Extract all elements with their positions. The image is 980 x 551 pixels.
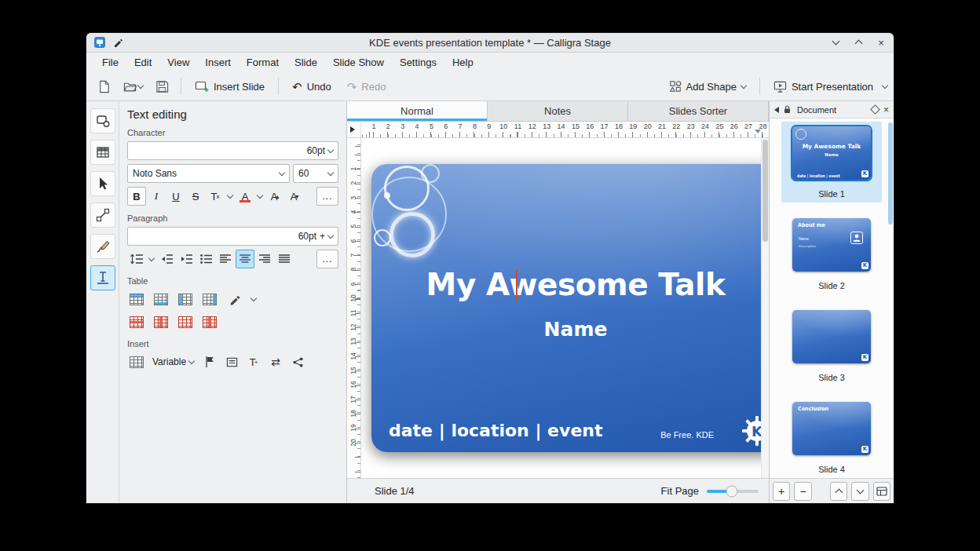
pen-dropdown[interactable] xyxy=(249,298,258,301)
table-border-pen-button[interactable] xyxy=(225,290,243,308)
menu-settings[interactable]: Settings xyxy=(392,54,444,71)
italic-button[interactable]: I xyxy=(147,187,166,206)
menu-edit[interactable]: Edit xyxy=(126,54,159,71)
docker-float-icon[interactable] xyxy=(870,104,880,115)
tab-normal[interactable]: Normal xyxy=(347,101,488,121)
next-slide-button[interactable] xyxy=(851,482,868,501)
text-tool-button[interactable] xyxy=(90,265,115,290)
more-character-options-button[interactable]: ... xyxy=(316,187,338,206)
insert-row-below-button[interactable] xyxy=(152,290,170,308)
delete-column-button[interactable] xyxy=(152,312,170,331)
bold-button[interactable]: B xyxy=(127,187,146,206)
superscript-button[interactable]: Tx xyxy=(206,187,225,206)
slide-footer-text[interactable]: date | location | event xyxy=(389,421,602,440)
remove-slide-button[interactable]: − xyxy=(794,482,811,501)
indent-more-button[interactable] xyxy=(177,250,196,268)
slide-2-thumbnail[interactable]: About me Name Description K xyxy=(792,218,871,272)
undo-button[interactable]: ↶ Undo xyxy=(286,75,338,97)
insert-column-right-button[interactable] xyxy=(200,290,219,308)
zoom-slider-knob[interactable] xyxy=(726,485,737,497)
docker-close-icon[interactable]: × xyxy=(883,105,889,115)
menu-slide-show[interactable]: Slide Show xyxy=(325,54,392,71)
font-family-combo[interactable]: Noto Sans xyxy=(127,164,290,183)
close-button[interactable]: × xyxy=(876,37,887,48)
open-document-button[interactable] xyxy=(119,75,148,97)
slide-canvas[interactable]: My Awesome Talk Name date | location | e… xyxy=(361,138,769,478)
slide-thumbnail-item-1[interactable]: My Awesome Talk Name date | location | e… xyxy=(781,122,882,203)
add-slide-button[interactable]: + xyxy=(773,482,790,501)
indent-less-button[interactable] xyxy=(157,250,176,268)
align-left-button[interactable] xyxy=(216,250,235,268)
path-tool-button[interactable] xyxy=(90,234,115,259)
start-presentation-button[interactable]: Start Presentation xyxy=(767,75,879,97)
zoom-slider[interactable] xyxy=(707,490,759,493)
document-docker-header[interactable]: Document × xyxy=(770,101,894,119)
insert-bookmark-button[interactable] xyxy=(200,352,219,371)
add-shape-button[interactable]: Add Shape xyxy=(663,75,752,97)
slide-thumbnail-item-4[interactable]: Conclusion K Slide 4 xyxy=(781,397,882,478)
bullet-list-button[interactable] xyxy=(196,250,215,268)
align-right-button[interactable] xyxy=(255,250,274,268)
align-center-button[interactable] xyxy=(236,250,254,268)
more-paragraph-options-button[interactable]: ... xyxy=(316,250,338,268)
select-tool-button[interactable] xyxy=(90,171,115,196)
underline-button[interactable]: U xyxy=(166,187,185,206)
slide-subtitle-text[interactable]: Name xyxy=(371,318,769,341)
paragraph-style-combo[interactable]: 60pt + xyxy=(127,227,338,246)
menu-format[interactable]: Format xyxy=(239,54,287,71)
titlebar[interactable]: KDE events presentation template * — Cal… xyxy=(86,33,894,53)
slide-1-thumbnail[interactable]: My Awesome Talk Name date | location | e… xyxy=(792,126,871,180)
insert-row-above-button[interactable] xyxy=(127,290,146,308)
table-tool-button[interactable] xyxy=(90,140,115,165)
canvas-scrollbar[interactable] xyxy=(761,138,769,478)
slide-thumbnail-item-2[interactable]: About me Name Description K Slide 2 xyxy=(781,213,882,294)
insert-text-frame-button[interactable] xyxy=(222,352,241,371)
insert-column-left-button[interactable] xyxy=(176,290,195,308)
maximize-button[interactable] xyxy=(853,37,864,48)
slide-3-thumbnail[interactable]: K xyxy=(792,310,871,363)
previous-slide-button[interactable] xyxy=(830,482,847,501)
shape-tool-button[interactable] xyxy=(90,108,115,133)
font-color-button[interactable]: A xyxy=(236,187,254,206)
toolbar-overflow-icon[interactable] xyxy=(882,82,888,88)
menu-view[interactable]: View xyxy=(159,54,197,71)
tab-notes[interactable]: Notes xyxy=(488,101,628,121)
insert-link-button[interactable] xyxy=(288,352,307,371)
insert-slide-button[interactable]: Insert Slide xyxy=(188,75,271,97)
new-document-button[interactable] xyxy=(93,75,115,97)
zoom-mode-label[interactable]: Fit Page xyxy=(661,485,699,497)
swap-direction-button[interactable]: ⇄ xyxy=(266,352,285,371)
merge-cells-button[interactable] xyxy=(176,312,195,331)
menu-slide[interactable]: Slide xyxy=(287,54,325,71)
panel-scrollbar[interactable] xyxy=(888,122,893,224)
delete-row-button[interactable] xyxy=(127,312,146,331)
insert-table-button[interactable] xyxy=(127,352,146,371)
slide-layout-button[interactable] xyxy=(873,482,890,501)
strikethrough-button[interactable]: S xyxy=(186,187,205,206)
font-size-combo[interactable]: 60 xyxy=(293,164,338,183)
character-style-combo[interactable]: 60pt xyxy=(127,141,338,160)
insert-variable-button[interactable]: Variable xyxy=(149,353,197,370)
align-justify-button[interactable] xyxy=(275,250,294,268)
script-dropdown[interactable] xyxy=(225,195,235,198)
slide-4-thumbnail[interactable]: Conclusion K xyxy=(792,402,871,455)
slide-page[interactable]: My Awesome Talk Name date | location | e… xyxy=(371,164,769,452)
slide-thumbnail-item-3[interactable]: K Slide 3 xyxy=(781,305,882,386)
scrollbar-thumb[interactable] xyxy=(762,140,768,242)
menu-file[interactable]: File xyxy=(94,54,126,71)
grow-font-button[interactable]: A▴ xyxy=(265,187,284,206)
insert-text-button[interactable]: T+ xyxy=(244,352,263,371)
connection-tool-button[interactable] xyxy=(90,203,115,228)
minimize-button[interactable] xyxy=(830,37,841,48)
spacing-dropdown[interactable] xyxy=(147,258,156,261)
vertical-ruler[interactable]: 1234567891011121314151617181920 xyxy=(347,138,361,478)
save-button[interactable] xyxy=(151,75,174,97)
tab-slides-sorter[interactable]: Slides Sorter xyxy=(628,101,769,121)
color-dropdown[interactable] xyxy=(255,195,265,198)
line-spacing-button[interactable] xyxy=(127,250,146,268)
horizontal-ruler[interactable]: 1234567891011121314151617181920212223242… xyxy=(361,122,769,137)
menu-help[interactable]: Help xyxy=(444,54,481,71)
slide-title-text[interactable]: My Awesome Talk xyxy=(371,267,769,302)
split-cells-button[interactable] xyxy=(200,312,219,331)
redo-button[interactable]: ↷ Redo xyxy=(341,75,393,97)
